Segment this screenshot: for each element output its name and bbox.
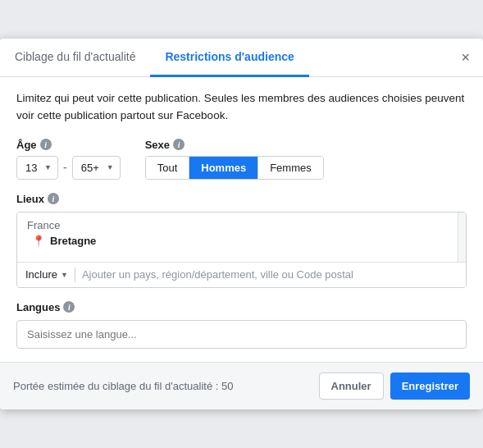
location-pin-icon: 📍 [32, 235, 45, 247]
language-input[interactable] [16, 320, 467, 349]
portee-text: Portée estimée du ciblage du fil d'actua… [13, 380, 233, 392]
modal-header: Ciblage du fil d'actualité Restrictions … [0, 39, 483, 77]
age-label: Âge i [16, 139, 121, 151]
modal-footer: Portée estimée du ciblage du fil d'actua… [0, 362, 483, 409]
age-info-icon[interactable]: i [40, 139, 52, 150]
age-label-text: Âge [16, 139, 37, 151]
modal-body: Limitez qui peut voir cette publication.… [0, 77, 483, 362]
tab-restrictions[interactable]: Restrictions d'audience [150, 39, 308, 77]
location-list[interactable]: France 📍 Bretagne [17, 213, 466, 262]
include-label: Inclure [25, 268, 57, 281]
scrollbar[interactable] [458, 213, 466, 262]
age-field-group: Âge i 13 14 18 21 - [16, 139, 121, 180]
tab-ciblage[interactable]: Ciblage du fil d'actualité [0, 39, 150, 77]
location-country: France [25, 219, 458, 231]
gender-btn-tout[interactable]: Tout [146, 157, 190, 179]
location-label-text: Lieux [16, 193, 44, 205]
age-max-wrapper: 65+ 55 45 35 [72, 156, 121, 180]
age-gender-row: Âge i 13 14 18 21 - [16, 139, 467, 180]
gender-button-group: Tout Hommes Femmes [145, 156, 324, 180]
location-item-name: Bretagne [50, 235, 96, 247]
description-text: Limitez qui peut voir cette publication.… [16, 90, 467, 124]
languages-label-text: Langues [16, 301, 60, 313]
vertical-divider [75, 267, 75, 282]
location-info-icon[interactable]: i [48, 193, 59, 204]
gender-info-icon[interactable]: i [173, 139, 185, 150]
include-select[interactable]: Inclure ▼ [25, 268, 68, 281]
save-button[interactable]: Enregistrer [390, 373, 470, 400]
location-input-row: Inclure ▼ Ajouter un pays, région/départ… [17, 262, 466, 287]
close-icon[interactable]: × [458, 47, 473, 68]
location-box: France 📍 Bretagne Inclure ▼ Ajouter un p… [16, 212, 467, 288]
location-item: 📍 Bretagne [25, 235, 458, 247]
age-max-select[interactable]: 65+ 55 45 35 [72, 156, 121, 180]
age-separator: - [63, 161, 67, 174]
gender-btn-hommes[interactable]: Hommes [189, 157, 258, 179]
gender-field-group: Sexe i Tout Hommes Femmes [145, 139, 324, 180]
location-section-label: Lieux i [16, 193, 467, 205]
age-min-wrapper: 13 14 18 21 [16, 156, 58, 180]
gender-label-text: Sexe [145, 139, 170, 151]
cancel-button[interactable]: Annuler [319, 373, 384, 400]
age-input-row: 13 14 18 21 - 65+ 55 45 35 [16, 156, 121, 180]
footer-actions: Annuler Enregistrer [319, 373, 471, 400]
languages-info-icon[interactable]: i [63, 301, 75, 313]
languages-section: Langues i [16, 301, 467, 349]
languages-label: Langues i [16, 301, 467, 313]
age-min-select[interactable]: 13 14 18 21 [16, 156, 58, 180]
gender-btn-femmes[interactable]: Femmes [258, 157, 323, 179]
modal: Ciblage du fil d'actualité Restrictions … [0, 39, 483, 409]
include-arrow-icon: ▼ [61, 271, 68, 279]
gender-label: Sexe i [145, 139, 324, 151]
location-input-placeholder[interactable]: Ajouter un pays, région/département, vil… [82, 268, 353, 281]
